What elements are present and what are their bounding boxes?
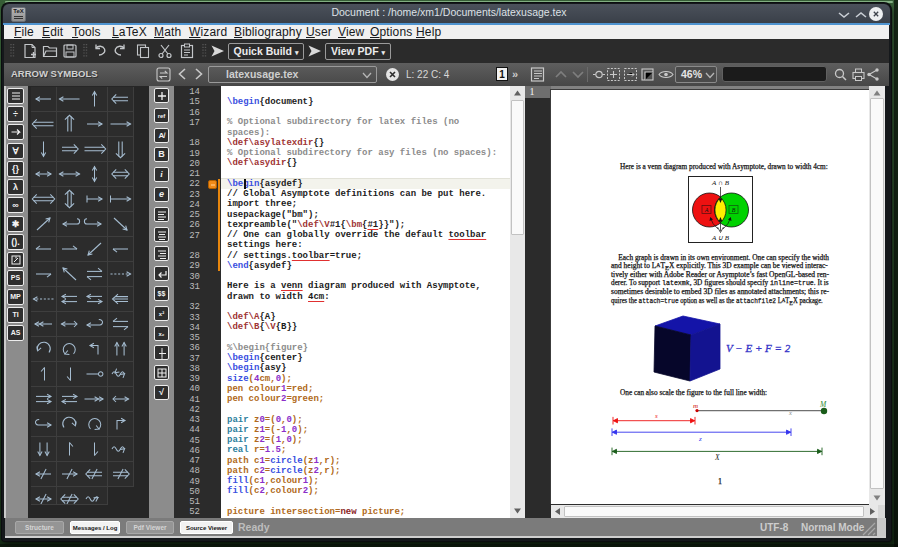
svg-text:A ∪ B: A ∪ B [711, 234, 730, 242]
svg-text:s: s [655, 412, 658, 420]
svg-text:M: M [819, 400, 827, 409]
svg-text:B: B [732, 207, 736, 213]
svg-text:m: m [693, 402, 698, 410]
svg-text:A: A [704, 207, 709, 213]
svg-text:x: x [788, 409, 792, 416]
svg-text:z: z [698, 435, 702, 443]
svg-text:X: X [714, 453, 720, 462]
svg-text:A ∩ B: A ∩ B [711, 179, 730, 187]
